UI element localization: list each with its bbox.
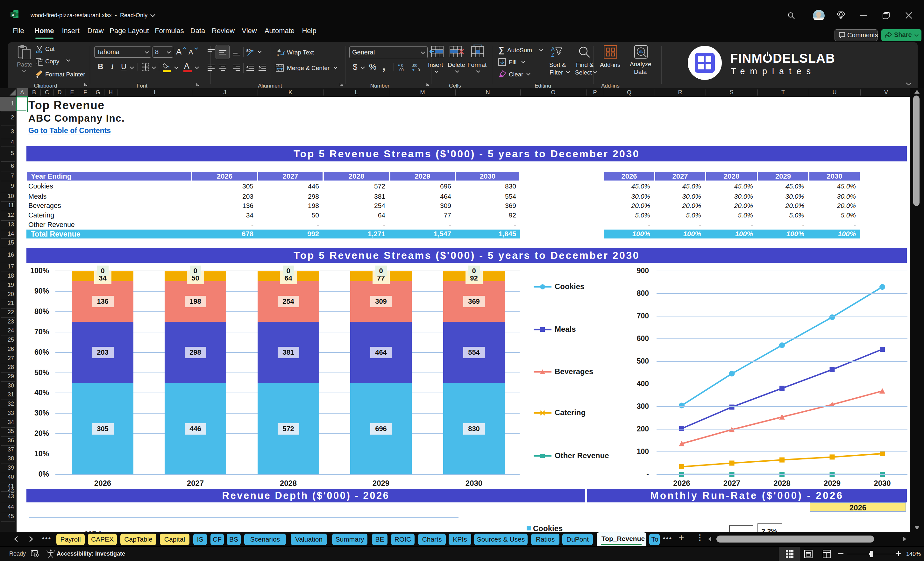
svg-text:0: 0 [418, 68, 420, 72]
svg-text:x: x [12, 12, 14, 17]
svg-text:A: A [551, 46, 555, 52]
svg-text:c: c [277, 52, 279, 57]
svg-text:0: 0 [401, 63, 404, 68]
svg-text:.00: .00 [398, 68, 404, 72]
svg-text:.00: .00 [412, 63, 417, 68]
svg-text:Z: Z [551, 52, 554, 58]
svg-text:ab: ab [246, 48, 250, 52]
